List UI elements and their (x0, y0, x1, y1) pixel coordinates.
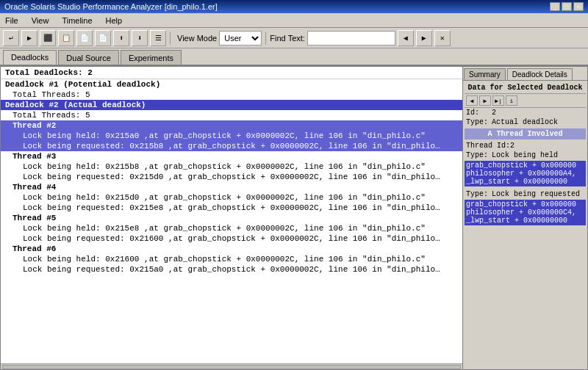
deadlock-content: Deadlock #1 (Potential deadlock) Total T… (1, 79, 462, 363)
right-content: Data for Selected Deadlock ◀ ▶ ▶| i Id: … (463, 81, 587, 369)
thread-6-title: Thread #6 (1, 244, 462, 254)
deadlock2-header[interactable]: Deadlock #2 (Actual deadlock) (1, 100, 462, 110)
toolbar-btn-7[interactable]: ⬆ (113, 30, 129, 46)
find-label: Find (270, 34, 285, 43)
section-title: Data for Selected Deadlock (465, 82, 586, 94)
id-label: Id: (466, 109, 492, 117)
toolbar-btn-6[interactable]: 📄 (95, 30, 111, 46)
deadlock2-thread-count: Total Threads: 5 (1, 110, 462, 120)
thread-4-title: Thread #4 (1, 182, 462, 192)
menu-timeline[interactable]: Timeline (60, 15, 94, 26)
thread-2-title: Thread #2 (1, 120, 462, 131)
thread-4-line-1: Lock being held: 0x215d0 ,at grab_chopst… (1, 192, 462, 203)
thread-6-line-1: Lock being held: 0x21600 ,at grab_chopst… (1, 254, 462, 264)
toolbar-btn-1[interactable]: ↩ (3, 30, 19, 46)
toolbar-btn-8[interactable]: ⬇ (132, 30, 148, 46)
tab-dual-source[interactable]: Dual Source (58, 50, 119, 65)
h-scrollbar-track[interactable] (2, 365, 461, 369)
type-requested-value: Lock being requested (492, 190, 584, 198)
type-label: Type: (466, 118, 492, 126)
find-clear-button[interactable]: ✕ (434, 30, 451, 46)
id-row: Id: 2 (465, 108, 586, 117)
right-tabs: Summary Deadlock Details (463, 67, 587, 81)
thread-5-block[interactable]: Thread #5 Lock being held: 0x215e8 ,at g… (1, 213, 462, 244)
thread-5-title: Thread #5 (1, 213, 462, 223)
left-scrollbar[interactable] (1, 363, 462, 369)
left-panel: Total Deadlocks: 2 Deadlock #1 (Potentia… (0, 66, 463, 370)
held-stack: grab_chopstick + 0x000000 philosopher + … (465, 161, 586, 186)
thread-3-block[interactable]: Thread #3 Lock being held: 0x215b8 ,at g… (1, 151, 462, 182)
toolbar-separator-1 (170, 32, 171, 45)
tab-summary[interactable]: Summary (464, 68, 506, 80)
id-value: 2 (492, 109, 584, 117)
toolbar-btn-4[interactable]: 📋 (58, 30, 74, 46)
thread-3-line-1: Lock being held: 0x215b8 ,at grab_chopst… (1, 162, 462, 172)
menu-view[interactable]: View (29, 15, 51, 26)
requested-stack: grab_chopstick + 0x000000 philosopher + … (465, 200, 586, 225)
view-mode-label: View Mode (177, 34, 217, 43)
toolbar-separator-2 (265, 32, 266, 45)
nav-play-button[interactable]: ▶ (479, 95, 491, 106)
thread-6-line-2: Lock being requested: 0x215a0 ,at grab_c… (1, 264, 462, 275)
main-tabs: Deadlocks Dual Source Experiments (0, 48, 588, 66)
menu-help[interactable]: Help (104, 15, 125, 26)
thread-5-line-2: Lock being requested: 0x21600 ,at grab_c… (1, 233, 462, 244)
toolbar-btn-3[interactable]: ⬛ (40, 30, 56, 46)
thread-id-label: Thread Id: (466, 142, 510, 150)
main-layout: Total Deadlocks: 2 Deadlock #1 (Potentia… (0, 66, 588, 370)
nav-right-button[interactable]: ▶| (492, 95, 504, 106)
title-bar: Oracle Solaris Studio Performance Analyz… (0, 0, 588, 13)
find-prev-button[interactable]: ◀ (398, 30, 414, 46)
text-label: Text: (288, 34, 305, 43)
toolbar: ↩ ▶ ⬛ 📋 📄 📄 ⬆ ⬇ ☰ View Mode User Expert … (0, 28, 588, 48)
window-controls[interactable]: _ □ × (550, 2, 584, 11)
menu-bar: File View Timeline Help (0, 13, 588, 28)
tab-deadlocks[interactable]: Deadlocks (3, 50, 57, 65)
tab-deadlock-details[interactable]: Deadlock Details (507, 68, 573, 80)
thread-3-title: Thread #3 (1, 151, 462, 162)
menu-file[interactable]: File (3, 15, 21, 26)
thread-involved-title: A Thread Involved (465, 128, 586, 139)
total-deadlocks-label: Total Deadlocks: 2 (1, 67, 462, 79)
thread-type-row: Type: Lock being held (465, 150, 586, 160)
thread-type-held: Lock being held (492, 151, 584, 159)
thread-id-value: 2 (510, 142, 584, 150)
thread-2-block[interactable]: Thread #2 Lock being held: 0x215a0 ,at g… (1, 120, 462, 151)
thread-3-line-2: Lock being requested: 0x215d0 ,at grab_c… (1, 172, 462, 182)
type-row: Type: Actual deadlock (465, 117, 586, 127)
toolbar-btn-5[interactable]: 📄 (76, 30, 93, 46)
thread-4-block[interactable]: Thread #4 Lock being held: 0x215d0 ,at g… (1, 182, 462, 213)
find-input[interactable] (307, 31, 395, 46)
toolbar-btn-9[interactable]: ☰ (150, 30, 166, 46)
type-requested-row: Type: Lock being requested (465, 189, 586, 199)
maximize-button[interactable]: □ (562, 2, 572, 11)
right-panel: Summary Deadlock Details Data for Select… (463, 66, 588, 370)
thread-2-line-2: Lock being requested: 0x215b8 ,at grab_c… (1, 141, 462, 151)
type-requested-label: Type: (466, 190, 492, 198)
thread-2-line-1: Lock being held: 0x215a0 ,at grab_chopst… (1, 131, 462, 141)
tab-experiments[interactable]: Experiments (121, 50, 182, 65)
thread-4-line-2: Lock being requested: 0x215e8 ,at grab_c… (1, 203, 462, 213)
nav-left-button[interactable]: ◀ (466, 95, 478, 106)
window-title: Oracle Solaris Studio Performance Analyz… (4, 2, 218, 11)
find-next-button[interactable]: ▶ (416, 30, 432, 46)
type-value: Actual deadlock (492, 118, 584, 126)
thread-5-line-1: Lock being held: 0x215e8 ,at grab_chopst… (1, 223, 462, 233)
right-toolbar: ◀ ▶ ▶| i (465, 94, 586, 108)
deadlock1-thread-count: Total Threads: 5 (1, 90, 462, 100)
minimize-button[interactable]: _ (550, 2, 560, 11)
info-button[interactable]: i (506, 95, 517, 106)
thread-id-row: Thread Id: 2 (465, 141, 586, 150)
thread-6-block[interactable]: Thread #6 Lock being held: 0x21600 ,at g… (1, 244, 462, 275)
toolbar-btn-2[interactable]: ▶ (21, 30, 37, 46)
close-button[interactable]: × (573, 2, 584, 11)
deadlock1-header[interactable]: Deadlock #1 (Potential deadlock) (1, 79, 462, 90)
view-mode-select[interactable]: User Expert (219, 31, 262, 46)
thread-type-label: Type: (466, 151, 492, 159)
